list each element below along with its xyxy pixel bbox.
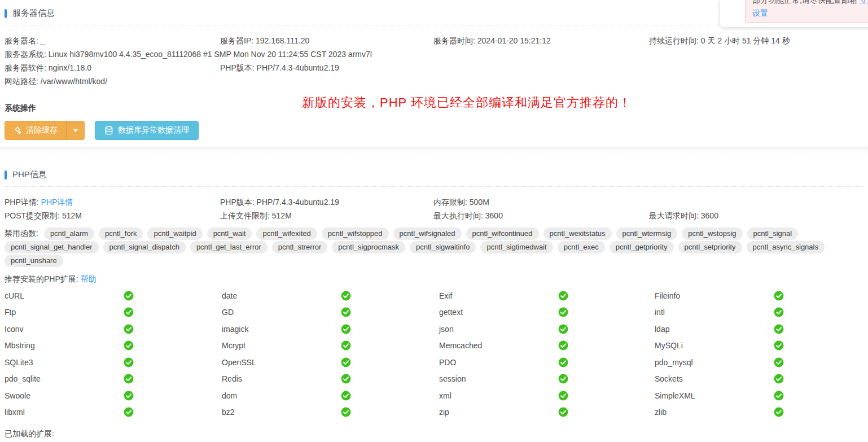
extension-name: libxml — [5, 408, 25, 417]
disabled-function-tag: pcntl_waitpid — [147, 227, 202, 240]
server-ip-field: 服务器IP: 192.168.111.20 — [220, 34, 433, 47]
extension-row: ldap — [655, 321, 863, 338]
server-php-version-field: PHP版本: PHP/7.4.3-4ubuntu2.19 — [220, 61, 433, 75]
check-ok-icon — [341, 391, 351, 401]
clear-cache-dropdown-toggle[interactable] — [66, 121, 84, 139]
extension-name: imagick — [222, 325, 248, 334]
extension-name: pdo_sqlite — [5, 374, 41, 383]
extension-row: PDO — [439, 354, 655, 371]
extension-row: json — [439, 321, 655, 338]
check-ok-icon — [558, 357, 568, 367]
check-ok-icon — [774, 391, 784, 401]
extension-row: intl — [655, 304, 863, 321]
extension-name: GD — [222, 308, 234, 317]
extension-name: xml — [439, 391, 451, 400]
disabled-function-tag: pcntl_exec — [558, 241, 605, 253]
site-path-field: 网站路径: /var/www/html/kod/ — [5, 75, 863, 88]
setup-now-link[interactable]: 立即 — [860, 0, 868, 5]
disabled-function-tag: pcntl_alarm — [44, 227, 94, 240]
section-accent-bar — [5, 170, 7, 180]
extension-row: pdo_sqlite — [5, 371, 222, 388]
check-ok-icon — [558, 391, 568, 401]
check-ok-icon — [341, 357, 351, 367]
extension-row: Iconv — [5, 321, 222, 338]
max-exec-time-field: 最大执行时间: 3600 — [433, 209, 649, 222]
disabled-function-tag: pcntl_wifcontinued — [466, 227, 539, 240]
disabled-function-tag: pcntl_wexitstatus — [543, 227, 612, 240]
extension-row: Memcached — [439, 338, 655, 355]
extension-name: Iconv — [5, 325, 23, 334]
disabled-function-tag: pcntl_strerror — [272, 241, 328, 253]
extension-name: date — [222, 291, 237, 300]
disabled-function-tag: pcntl_signal_dispatch — [103, 241, 186, 253]
extension-name: PDO — [439, 358, 456, 367]
disabled-function-tag: pcntl_wifexited — [256, 227, 317, 240]
server-name-field: 服务器名: _ — [5, 34, 220, 47]
extension-name: Memcached — [439, 341, 482, 350]
extension-name: Redis — [222, 374, 242, 383]
disabled-function-tag: pcntl_async_signals — [747, 241, 825, 253]
extension-row: imagick — [222, 321, 439, 338]
setup-link[interactable]: 设置 — [752, 8, 768, 17]
check-ok-icon — [341, 340, 351, 351]
check-ok-icon — [124, 374, 134, 384]
extension-name: intl — [655, 308, 665, 317]
extension-name: Sockets — [655, 374, 683, 383]
clear-cache-split-button[interactable]: 清除缓存 — [5, 121, 85, 140]
extension-row: SimpleXML — [655, 387, 863, 404]
alert-text-line2: 设置 — [752, 7, 868, 20]
extension-name: zip — [439, 408, 449, 417]
check-ok-icon — [124, 340, 134, 351]
extension-name: Exif — [439, 291, 452, 300]
server-uptime-field: 持续运行时间: 0 天 2 小时 51 分钟 14 秒 — [649, 34, 863, 47]
extension-row: MySQLi — [655, 338, 863, 355]
extension-name: ldap — [655, 325, 669, 334]
check-ok-icon — [558, 407, 568, 417]
clear-cache-button[interactable]: 清除缓存 — [5, 121, 66, 139]
check-ok-icon — [774, 340, 784, 351]
extension-row: zip — [439, 404, 655, 421]
check-ok-icon — [558, 307, 568, 317]
check-ok-icon — [341, 407, 351, 417]
extension-name: dom — [222, 391, 237, 400]
disabled-function-tag: pcntl_setpriority — [678, 241, 742, 253]
php-detail-link[interactable]: PHP详情 — [41, 198, 73, 207]
notification-popup: 部分功能正常,请尽快配置邮箱 立即 设置 — [720, 0, 868, 27]
extension-row: Redis — [222, 371, 439, 388]
disabled-functions-label: 禁用函数: — [5, 229, 38, 239]
check-ok-icon — [774, 324, 784, 334]
system-ops-buttons: 清除缓存 数据库异常数据清理 — [5, 121, 863, 140]
section-accent-bar — [5, 9, 7, 18]
check-ok-icon — [124, 307, 134, 317]
disabled-function-tag: pcntl_sigprocmask — [332, 241, 405, 253]
extension-row: xml — [439, 387, 655, 404]
extension-name: Mcrypt — [222, 341, 246, 350]
disabled-function-tag: pcntl_wstopsig — [682, 227, 742, 240]
extension-name: gettext — [439, 308, 463, 317]
disabled-function-tag: pcntl_wifsignaled — [393, 227, 462, 240]
upload-limit-field: 上传文件限制: 512M — [220, 209, 433, 222]
server-time-field: 服务器时间: 2024-01-20 15:21:12 — [433, 34, 649, 47]
server-status-page: 服务器信息 服务器名: _ 服务器IP: 192.168.111.20 服务器时… — [0, 0, 868, 442]
db-clean-button[interactable]: 数据库异常数据清理 — [95, 121, 199, 140]
help-link[interactable]: 帮助 — [81, 274, 97, 283]
clear-cache-icon — [14, 126, 22, 135]
disabled-function-tag: pcntl_sigtimedwait — [480, 241, 553, 253]
extension-row: dom — [222, 387, 439, 404]
check-ok-icon — [774, 357, 784, 367]
check-ok-icon — [558, 340, 568, 351]
check-ok-icon — [124, 391, 134, 401]
extension-name: OpenSSL — [222, 358, 256, 367]
server-software-field: 服务器软件: nginx/1.18.0 — [5, 61, 220, 75]
disabled-function-tag: pcntl_wtermsig — [616, 227, 678, 240]
extension-name: MySQLi — [655, 341, 683, 350]
extension-row: gettext — [439, 304, 655, 321]
disabled-functions-list: 禁用函数: pcntl_alarmpcntl_forkpcntl_waitpid… — [5, 227, 863, 267]
recommended-extensions-grid: cURL date Exif — [5, 287, 863, 421]
disabled-function-tag: pcntl_getpriority — [610, 241, 674, 253]
check-ok-icon — [341, 374, 351, 384]
php-info-grid: PHP详情: PHP详情 PHP版本: PHP/7.4.3-4ubuntu2.1… — [5, 195, 863, 222]
memory-limit-field: 内存限制: 500M — [433, 195, 649, 209]
recommended-extensions-header: 推荐安装的PHP扩展: 帮助 — [5, 274, 863, 285]
check-ok-icon — [558, 291, 568, 301]
